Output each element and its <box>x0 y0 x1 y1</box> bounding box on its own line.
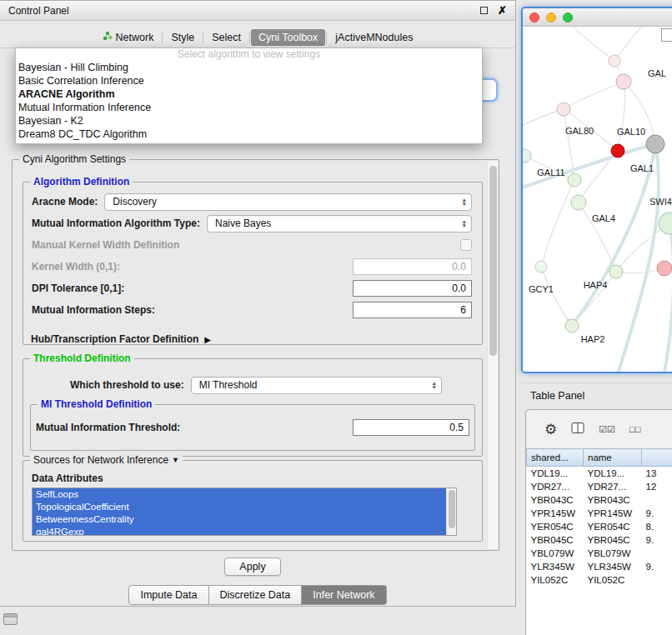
table-cell[interactable]: YBR043C <box>527 493 584 507</box>
zoom-traffic-light[interactable] <box>563 12 573 22</box>
attribute-item[interactable]: BetweennessCentrality <box>33 513 456 526</box>
close-traffic-light[interactable] <box>529 12 539 22</box>
table-row[interactable]: YDL19...YDL19...13 <box>527 467 672 480</box>
manual-kernel-checkbox[interactable] <box>460 239 472 251</box>
column-header[interactable]: name <box>584 449 642 467</box>
tab-cyni-toolbox[interactable]: Cyni Toolbox <box>251 29 325 46</box>
birdseye-toggle[interactable] <box>661 28 672 42</box>
table-cell[interactable]: YDR27... <box>527 480 584 493</box>
network-node[interactable] <box>659 212 672 234</box>
tab-infer-network[interactable]: Infer Network <box>302 585 386 605</box>
control-panel-titlebar[interactable]: Control Panel ✗ <box>0 1 515 21</box>
deselect-all-icon[interactable]: □□ <box>629 424 640 434</box>
network-node[interactable] <box>609 265 623 278</box>
table-cell[interactable]: YDL19... <box>584 467 642 480</box>
algorithm-option[interactable]: Bayesian - K2 <box>16 114 482 128</box>
mi-type-select[interactable]: Naive Bayes ▲▼ <box>207 215 472 232</box>
table-cell[interactable]: YIL052C <box>584 573 642 587</box>
network-node[interactable] <box>609 55 620 67</box>
algorithm-option[interactable]: Bayesian - Hill Climbing <box>16 61 482 74</box>
float-window-icon[interactable] <box>480 7 488 14</box>
network-node[interactable] <box>646 135 664 153</box>
network-node[interactable] <box>568 173 581 187</box>
table-row[interactable]: YBR045CYBR045C9. <box>527 533 672 547</box>
table-cell[interactable]: YPR145W <box>584 507 642 520</box>
algorithm-option[interactable]: Mutual Information Inference <box>16 101 482 114</box>
minimized-panel-icon[interactable] <box>3 613 18 625</box>
network-node[interactable] <box>616 74 631 89</box>
list-scrollbar[interactable] <box>446 488 456 535</box>
table-cell[interactable]: 8. <box>642 520 672 533</box>
network-graph[interactable]: GALGAL80GAL10GAL11GAL1SWI4GAL4GCY1HAP4HA… <box>523 27 672 372</box>
table-cell[interactable]: 9. <box>642 560 672 573</box>
table-cell[interactable]: YBR043C <box>584 493 642 507</box>
tab-style[interactable]: Style <box>163 29 202 46</box>
table-cell[interactable]: 13 <box>642 467 672 480</box>
algorithm-option[interactable]: Basic Correlation Inference <box>16 74 482 88</box>
table-cell[interactable]: 9. <box>642 507 672 520</box>
attribute-item[interactable]: TopologicalCoefficient <box>33 501 456 513</box>
settings-scrollbar[interactable] <box>487 161 498 549</box>
table-cell[interactable]: YBR045C <box>584 533 642 547</box>
table-cell[interactable] <box>642 547 672 560</box>
hub-definition-toggle[interactable]: Hub/Transcription Factor Definition ▶ <box>31 333 211 345</box>
table-cell[interactable]: YIL052C <box>527 573 584 587</box>
tab-discretize-data[interactable]: Discretize Data <box>209 585 303 605</box>
apply-button[interactable]: Apply <box>224 558 281 576</box>
table-cell[interactable]: YER054C <box>527 520 584 533</box>
table-cell[interactable]: YBR045C <box>527 533 584 547</box>
dpi-tolerance-field[interactable]: 0.0 <box>353 280 472 297</box>
table-cell[interactable]: 9. <box>642 533 672 547</box>
network-node[interactable] <box>571 195 586 210</box>
tab-network[interactable]: Network <box>95 28 162 46</box>
aracne-mode-select[interactable]: Discovery ▲▼ <box>104 193 472 211</box>
tab-impute-data[interactable]: Impute Data <box>128 585 208 605</box>
tab-select[interactable]: Select <box>204 29 248 46</box>
network-canvas[interactable]: GALGAL80GAL10GAL11GAL1SWI4GAL4GCY1HAP4HA… <box>523 27 672 372</box>
table-row[interactable]: YDR27...YDR27...12 <box>527 480 672 493</box>
gear-icon[interactable]: ⚙ <box>544 422 557 437</box>
table-row[interactable]: YBR043CYBR043C <box>527 493 672 507</box>
table-cell[interactable] <box>642 573 672 587</box>
kernel-width-field[interactable]: 0.0 <box>353 258 472 275</box>
close-icon[interactable]: ✗ <box>498 5 507 16</box>
table-cell[interactable]: YDL19... <box>527 467 584 480</box>
attribute-item[interactable]: gal4RGexp <box>33 526 456 536</box>
table-row[interactable]: YLR345WYLR345W9. <box>527 560 672 573</box>
list-scrollbar-thumb[interactable] <box>449 490 455 528</box>
sources-group-title[interactable]: Sources for Network Inference ▼ <box>30 454 183 466</box>
table-row[interactable]: YPR145WYPR145W9. <box>527 507 672 520</box>
column-header[interactable] <box>642 449 672 467</box>
table-cell[interactable]: YBL079W <box>527 547 584 560</box>
network-node[interactable] <box>611 144 624 158</box>
algorithm-option[interactable]: Dream8 DC_TDC Algorithm <box>16 128 482 141</box>
network-node[interactable] <box>657 261 672 276</box>
table-row[interactable]: YBL079WYBL079W <box>527 547 672 560</box>
table-cell[interactable]: YPR145W <box>527 507 584 520</box>
network-node[interactable] <box>565 319 579 332</box>
minimize-traffic-light[interactable] <box>546 12 556 22</box>
tab-jactivemnodules[interactable]: jActiveMNodules <box>328 29 420 46</box>
table-cell[interactable]: YLR345W <box>584 560 642 573</box>
attribute-item[interactable]: SelfLoops <box>33 488 456 501</box>
table-cell[interactable]: YLR345W <box>527 560 584 573</box>
which-threshold-select[interactable]: MI Threshold ▲▼ <box>191 377 442 394</box>
table-row[interactable]: YIL052CYIL052C <box>527 573 672 587</box>
table-row[interactable]: YER054CYER054C8. <box>527 520 672 533</box>
network-node[interactable] <box>523 149 531 162</box>
settings-scrollbar-thumb[interactable] <box>489 166 497 356</box>
table-cell[interactable]: 12 <box>642 480 672 493</box>
network-window-titlebar[interactable] <box>523 8 672 27</box>
network-node[interactable] <box>557 102 570 116</box>
table-cell[interactable] <box>642 493 672 507</box>
algorithm-option[interactable]: ARACNE Algorithm <box>16 88 482 101</box>
column-header[interactable]: shared... <box>527 449 584 467</box>
table-cell[interactable]: YER054C <box>584 520 642 533</box>
table-cell[interactable]: YDR27... <box>584 480 642 493</box>
columns-icon[interactable] <box>571 422 584 437</box>
table-cell[interactable]: YBL079W <box>584 547 642 560</box>
select-all-icon[interactable]: ☑☑ <box>599 424 615 435</box>
data-attributes-list[interactable]: SelfLoopsTopologicalCoefficientBetweenne… <box>32 488 457 536</box>
mi-steps-field[interactable]: 6 <box>353 302 472 318</box>
mi-threshold-field[interactable]: 0.5 <box>353 419 469 436</box>
